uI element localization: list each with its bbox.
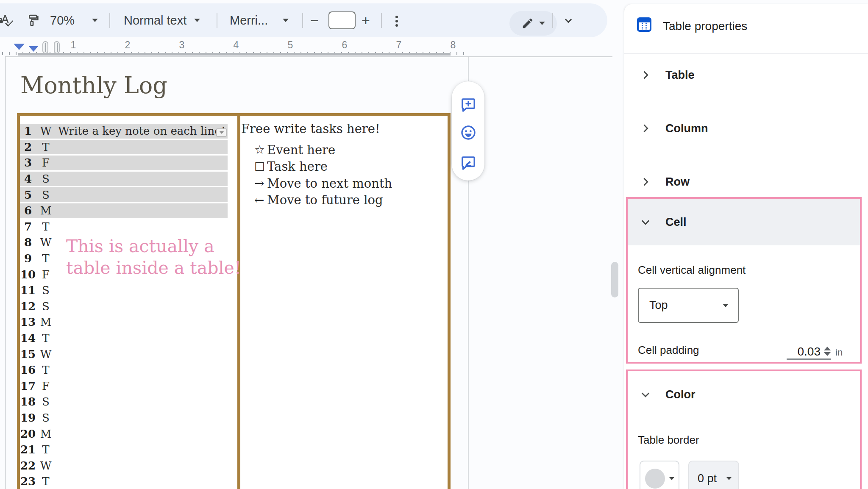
key-table-row[interactable]: 19S bbox=[20, 411, 228, 425]
day-number: 17 bbox=[20, 380, 36, 392]
day-number: 4 bbox=[20, 172, 36, 185]
day-number: 15 bbox=[20, 348, 36, 361]
font-size-input[interactable] bbox=[328, 3, 356, 37]
stepper-icon[interactable] bbox=[824, 347, 831, 358]
section-table[interactable]: Table bbox=[624, 64, 868, 86]
cell-dropdown-chip[interactable] bbox=[216, 128, 227, 137]
emoji-reaction-button[interactable] bbox=[459, 123, 478, 142]
panel-title: Table properties bbox=[663, 19, 747, 33]
border-width-button[interactable]: 0 pt bbox=[688, 461, 739, 489]
zoom-caret[interactable] bbox=[92, 3, 98, 37]
key-table-row[interactable]: 16T bbox=[20, 363, 228, 378]
font-family-select[interactable]: Merri... bbox=[230, 3, 268, 37]
day-number: 14 bbox=[20, 332, 36, 345]
key-table-row[interactable]: 13M bbox=[20, 315, 228, 330]
cell-valign-label: Cell vertical alignment bbox=[638, 264, 746, 277]
key-table-row[interactable]: 5S bbox=[20, 187, 228, 202]
caret-down-icon bbox=[220, 131, 224, 134]
section-column[interactable]: Column bbox=[624, 117, 868, 139]
key-table-row[interactable]: 4S bbox=[20, 172, 228, 186]
day-number: 20 bbox=[20, 428, 36, 440]
day-number: 1 bbox=[20, 125, 36, 137]
toolbar-divider bbox=[302, 13, 303, 28]
key-table-row[interactable]: 1WWrite a key note on each line! bbox=[20, 124, 228, 139]
section-row[interactable]: Row bbox=[624, 171, 868, 193]
margin-actions-pill bbox=[452, 81, 484, 181]
editing-mode-button[interactable] bbox=[509, 11, 557, 36]
day-letter: S bbox=[36, 189, 56, 201]
task-label: Move to future log bbox=[267, 193, 383, 207]
font-caret[interactable] bbox=[283, 3, 289, 37]
key-table-row[interactable]: 23T bbox=[20, 474, 228, 489]
table-column-divider bbox=[237, 116, 240, 489]
toolbar-divider bbox=[552, 13, 553, 28]
task-label: Event here bbox=[267, 143, 335, 157]
zoom-select[interactable]: 70% bbox=[50, 3, 75, 37]
cell-padding-field[interactable]: 0.03 bbox=[787, 343, 831, 360]
key-table-row[interactable]: 14T bbox=[20, 331, 228, 346]
key-table-row[interactable]: 22W bbox=[20, 458, 228, 473]
first-line-indent-marker[interactable] bbox=[14, 44, 25, 50]
key-table-row[interactable]: 18S bbox=[20, 395, 228, 409]
table-column-handle[interactable] bbox=[42, 41, 48, 54]
kebab-dot bbox=[395, 24, 398, 27]
caret-down-icon bbox=[539, 22, 545, 25]
task-label: Move to next month bbox=[267, 176, 392, 191]
border-width-value: 0 pt bbox=[689, 472, 726, 485]
day-letter: T bbox=[36, 364, 56, 376]
table-column-handle[interactable] bbox=[54, 41, 60, 54]
ruler-inch-label: 4 bbox=[234, 39, 239, 51]
border-color-button[interactable] bbox=[640, 461, 679, 489]
font-size-decrease-button[interactable]: − bbox=[310, 3, 319, 37]
cell-section-highlight: Cell Cell vertical alignment Top Cell pa… bbox=[626, 197, 862, 364]
paragraph-style-value: Normal text bbox=[124, 14, 186, 28]
key-table-row[interactable]: 20M bbox=[20, 426, 228, 441]
key-notes-table: 1WWrite a key note on each line!2T3F4S5S… bbox=[20, 124, 228, 489]
task-legend-item: ←Move to future log bbox=[241, 192, 392, 209]
chevron-right-icon bbox=[640, 176, 651, 188]
left-indent-marker[interactable] bbox=[29, 46, 38, 52]
day-letter: S bbox=[36, 300, 56, 313]
day-number: 13 bbox=[20, 316, 36, 328]
key-table-row[interactable]: 17F bbox=[20, 379, 228, 394]
chevron-down-icon bbox=[640, 389, 651, 400]
table-properties-icon bbox=[636, 16, 653, 33]
day-letter: S bbox=[36, 411, 56, 424]
key-table-row[interactable]: 6M bbox=[20, 203, 228, 218]
key-table-row[interactable]: 15W bbox=[20, 347, 228, 361]
panel-divider bbox=[624, 53, 868, 54]
caret-down-icon bbox=[723, 304, 729, 307]
day-number: 8 bbox=[20, 236, 36, 249]
key-table-row[interactable]: 21T bbox=[20, 442, 228, 457]
add-comment-button[interactable] bbox=[459, 96, 478, 114]
style-caret[interactable] bbox=[194, 3, 200, 37]
color-section-header[interactable]: Color bbox=[628, 371, 860, 418]
key-table-row[interactable]: 11S bbox=[20, 283, 228, 298]
day-letter: S bbox=[36, 395, 56, 408]
font-size-increase-button[interactable]: + bbox=[362, 3, 370, 37]
key-table-row[interactable]: 12S bbox=[20, 299, 228, 314]
document-heading: Monthly Log bbox=[20, 72, 167, 99]
hide-menus-button[interactable] bbox=[561, 3, 576, 37]
day-letter: W bbox=[36, 125, 56, 137]
paragraph-style-select[interactable]: Normal text bbox=[124, 3, 186, 37]
font-size-field[interactable] bbox=[328, 11, 356, 29]
ruler-table-band bbox=[18, 53, 451, 56]
key-table-row[interactable]: 3F bbox=[20, 156, 228, 170]
toolbar-divider bbox=[109, 13, 110, 28]
day-number: 9 bbox=[20, 252, 36, 265]
cell-section-header[interactable]: Cell bbox=[628, 199, 860, 245]
spellcheck-icon bbox=[0, 13, 14, 28]
paint-format-button[interactable] bbox=[25, 3, 39, 37]
suggest-edits-button[interactable] bbox=[459, 154, 478, 172]
ruler-inch-label: 5 bbox=[288, 39, 293, 51]
key-table-row[interactable]: 7T bbox=[20, 219, 228, 234]
vertical-scrollbar-thumb[interactable] bbox=[611, 262, 618, 297]
cell-valign-dropdown[interactable]: Top bbox=[638, 288, 739, 323]
day-letter: T bbox=[36, 252, 56, 265]
key-table-row[interactable]: 2T bbox=[20, 140, 228, 155]
color-swatch-icon bbox=[645, 469, 665, 489]
day-number: 10 bbox=[20, 268, 36, 281]
spellcheck-button[interactable] bbox=[0, 3, 14, 37]
toolbar-overflow-button[interactable] bbox=[395, 3, 398, 37]
